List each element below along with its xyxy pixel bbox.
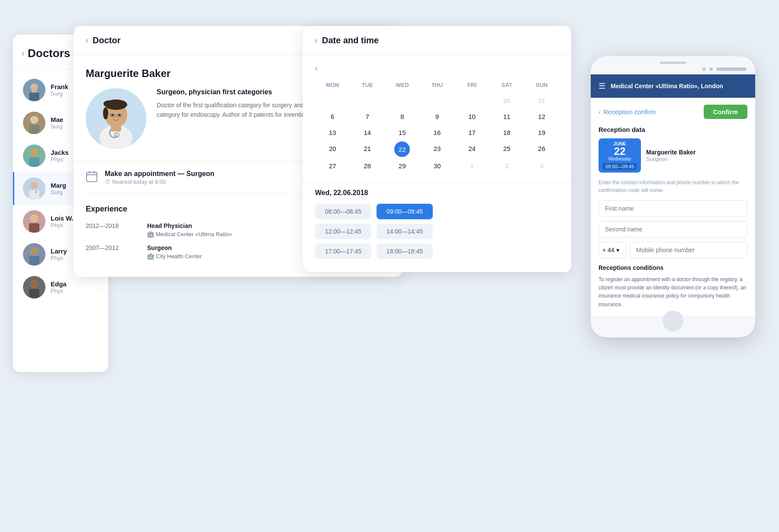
cal-cell-6[interactable]: 6 <box>315 109 350 124</box>
svg-point-37 <box>103 100 116 107</box>
cal-cell-26[interactable]: 26 <box>524 141 559 157</box>
reception-doctor-info: Marguerite Baker Surgeon <box>646 149 695 162</box>
cal-nav-prev[interactable]: ‹ <box>315 64 318 73</box>
time-slot-1200[interactable]: 12:00—12:45 <box>315 224 371 239</box>
datetime-panel-back-arrow[interactable]: ‹ <box>315 36 318 45</box>
doctor-specialty-4: Surg <box>51 189 66 195</box>
time-row-3: 17:00—17:45 18:00—18:45 <box>315 244 559 259</box>
date-badge-weekday: Wednesday <box>603 157 637 161</box>
doctor-specialty-7: Phys <box>51 288 67 294</box>
cal-cell[interactable] <box>315 93 350 108</box>
cal-cell-9[interactable]: 9 <box>420 109 455 124</box>
cal-cell-1-next[interactable]: 1 <box>454 159 489 173</box>
reception-back-btn[interactable]: ‹ Reception confirm <box>599 108 656 115</box>
clock-icon: ⏱ <box>105 179 110 185</box>
cal-cell-17[interactable]: 17 <box>454 125 489 140</box>
phone-number-input[interactable] <box>630 242 747 258</box>
cal-cell-10[interactable]: 10 <box>454 109 489 124</box>
country-code[interactable]: + 44 ▾ <box>599 242 626 258</box>
svg-point-26 <box>31 248 38 255</box>
exp-role-2: Surgeon <box>147 244 202 251</box>
second-name-input[interactable] <box>599 221 747 237</box>
cal-cell-14[interactable]: 14 <box>350 125 385 140</box>
reception-data-title: Reception data <box>599 126 747 133</box>
cal-cell[interactable] <box>350 93 385 108</box>
date-badge-time: 09:00—09:45 <box>603 163 637 170</box>
cal-cell-7[interactable]: 7 <box>350 109 385 124</box>
doctor-photo <box>86 88 146 149</box>
svg-point-17 <box>31 182 38 189</box>
doctor-specialty-6: Phys <box>51 255 67 261</box>
cal-cell-16[interactable]: 16 <box>420 125 455 140</box>
cal-row-5: 27 28 29 30 1 2 3 <box>315 159 559 173</box>
doctor-panel-back-arrow[interactable]: ‹ <box>86 36 88 45</box>
cal-row-1: 30 31 <box>315 93 559 108</box>
svg-point-22 <box>31 215 38 222</box>
cal-cell-19[interactable]: 19 <box>524 125 559 140</box>
status-dot-2 <box>709 67 713 71</box>
status-dot-1 <box>702 67 706 71</box>
cal-row-3: 13 14 15 16 17 18 19 <box>315 125 559 140</box>
cal-cell-20[interactable]: 20 <box>315 141 350 157</box>
cal-cell-22-selected[interactable]: 22 <box>394 141 410 157</box>
cal-header-mon: MON <box>315 80 350 90</box>
cal-header-thu: THU <box>420 80 455 90</box>
cal-cell-28[interactable]: 28 <box>350 159 385 173</box>
phone-home-button[interactable] <box>663 311 683 331</box>
cal-cell-2-next[interactable]: 2 <box>489 159 525 173</box>
sidebar-back-arrow[interactable]: ‹ <box>22 49 24 58</box>
doctor-specialty-1: Surg <box>51 90 68 97</box>
doctor-info-2: Mae Surg <box>51 116 63 130</box>
cal-cell[interactable] <box>420 93 455 108</box>
doctor-specialty-3: Phys <box>51 156 69 163</box>
doctor-name-4: Marg <box>51 182 66 189</box>
svg-rect-12 <box>29 157 39 167</box>
date-display: Wed, 22.06.2018 <box>303 183 571 204</box>
time-row-1: 08:00—08:45 09:00—09:45 <box>315 204 559 219</box>
avatar-doctor-1 <box>23 79 45 101</box>
doctor-name-6: Larry <box>51 247 67 255</box>
sidebar-title: Doctors <box>28 47 70 60</box>
first-name-input[interactable] <box>599 200 747 217</box>
cal-cell-3-next[interactable]: 3 <box>524 159 559 173</box>
cal-cell-12[interactable]: 12 <box>524 109 559 124</box>
reception-doctor-name: Marguerite Baker <box>646 149 695 156</box>
cal-cell-31-may[interactable]: 31 <box>524 93 559 108</box>
time-slot-0900[interactable]: 09:00—09:45 <box>377 204 433 219</box>
cal-cell-24[interactable]: 24 <box>454 141 489 157</box>
cal-cell-13[interactable]: 13 <box>315 125 350 140</box>
cal-cell-29[interactable]: 29 <box>385 159 420 173</box>
cal-cell-30-may[interactable]: 30 <box>489 93 525 108</box>
confirm-button[interactable]: Confirm <box>704 105 748 119</box>
doctor-panel-title: Doctor <box>93 35 120 45</box>
cal-header-tue: TUE <box>350 80 385 90</box>
cal-cell-18[interactable]: 18 <box>489 125 525 140</box>
avatar-doctor-2 <box>23 112 45 134</box>
doctor-info-1: Frank Surg <box>51 83 68 97</box>
datetime-panel-header: ‹ Date and time <box>303 26 571 55</box>
time-slot-1400[interactable]: 14:00—14:45 <box>377 224 433 239</box>
cal-header-sat: SAT <box>489 80 525 90</box>
cal-cell[interactable] <box>385 93 420 108</box>
cal-cell-25[interactable]: 25 <box>489 141 525 157</box>
doctor-info-5: Lois W. Phys <box>51 215 74 228</box>
svg-rect-25 <box>29 256 39 266</box>
time-slot-1800[interactable]: 18:00—18:45 <box>377 244 433 259</box>
time-slot-0800[interactable]: 08:00—08:45 <box>315 204 371 219</box>
phone-input-row: + 44 ▾ <box>599 242 747 258</box>
cal-cell-23[interactable]: 23 <box>420 141 455 157</box>
svg-point-30 <box>31 281 38 288</box>
cal-cell-30[interactable]: 30 <box>420 159 455 173</box>
cal-cell-15[interactable]: 15 <box>385 125 420 140</box>
time-slot-1700[interactable]: 17:00—17:45 <box>315 244 371 259</box>
cal-cell-21[interactable]: 21 <box>350 141 385 157</box>
cal-cell[interactable] <box>454 93 489 108</box>
conditions-title: Receptions conditions <box>599 264 747 271</box>
exp-role-1: Head Physician <box>147 222 232 229</box>
cal-cell-11[interactable]: 11 <box>489 109 525 124</box>
cal-row-2: 6 7 8 9 10 11 12 <box>315 109 559 124</box>
phone-topbar: ☰ Medical Center «Ultima Ratio», London <box>591 74 755 98</box>
hamburger-icon[interactable]: ☰ <box>599 81 605 91</box>
cal-cell-27[interactable]: 27 <box>315 159 350 173</box>
cal-cell-8[interactable]: 8 <box>385 109 420 124</box>
